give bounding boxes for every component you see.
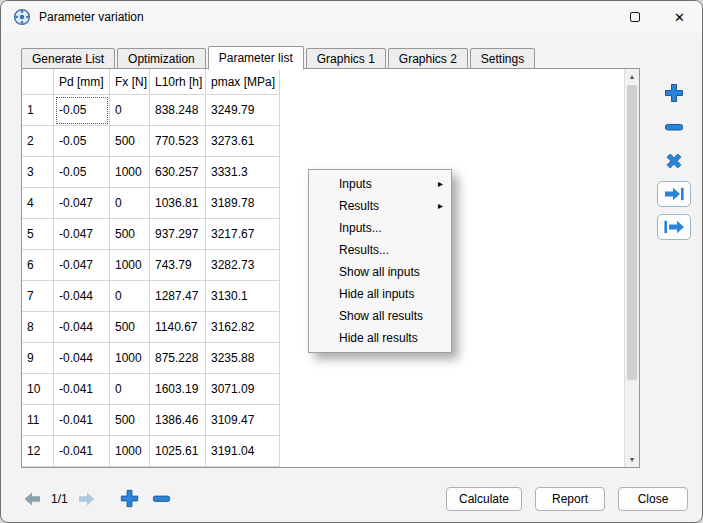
cell[interactable]: -0.041 (54, 405, 110, 436)
cell[interactable]: 1386.46 (150, 405, 206, 436)
cell[interactable]: 1603.19 (150, 374, 206, 405)
cell[interactable]: 3071.09 (206, 374, 280, 405)
menu-item-hide-all-results[interactable]: Hide all results (309, 327, 451, 349)
cell[interactable]: 1000 (110, 436, 150, 467)
menu-item-results[interactable]: Results▸ (309, 195, 451, 217)
scroll-down-icon[interactable]: ▼ (625, 452, 639, 467)
cell[interactable]: -0.044 (54, 312, 110, 343)
row-number[interactable]: 10 (22, 374, 54, 405)
context-menu: Inputs▸Results▸Inputs...Results...Show a… (308, 169, 452, 353)
cell[interactable]: 3191.04 (206, 436, 280, 467)
submenu-arrow-icon: ▸ (438, 195, 443, 217)
cell[interactable]: -0.044 (54, 281, 110, 312)
tab-graphics-1[interactable]: Graphics 1 (306, 48, 386, 69)
cell[interactable]: 3162.82 (206, 312, 280, 343)
cell[interactable]: 937.297 (150, 219, 206, 250)
cell[interactable]: 3282.73 (206, 250, 280, 281)
delete-all-button[interactable] (656, 147, 692, 174)
vertical-scrollbar[interactable]: ▲ ▼ (624, 69, 639, 467)
add-page-row-button[interactable] (118, 487, 141, 510)
menu-item-hide-all-inputs[interactable]: Hide all inputs (309, 283, 451, 305)
cell[interactable]: 3235.88 (206, 343, 280, 374)
menu-item-show-all-results[interactable]: Show all results (309, 305, 451, 327)
row-number[interactable]: 6 (22, 250, 54, 281)
tab-settings[interactable]: Settings (470, 48, 535, 69)
previous-page-button[interactable] (23, 491, 42, 507)
menu-item-inputs[interactable]: Inputs▸ (309, 173, 451, 195)
cell[interactable]: 3249.79 (206, 95, 280, 126)
cell[interactable]: 1025.61 (150, 436, 206, 467)
cell[interactable]: 770.523 (150, 126, 206, 157)
cell[interactable]: 500 (110, 126, 150, 157)
cell[interactable]: -0.05 (54, 95, 110, 126)
cell[interactable]: 3331.3 (206, 157, 280, 188)
cell[interactable]: 500 (110, 219, 150, 250)
add-row-button[interactable] (656, 79, 692, 106)
cell[interactable]: -0.044 (54, 343, 110, 374)
cell[interactable]: 1000 (110, 343, 150, 374)
cell[interactable]: 1140.67 (150, 312, 206, 343)
cell[interactable]: 1287.47 (150, 281, 206, 312)
cell[interactable]: 500 (110, 405, 150, 436)
close-action-button[interactable]: Close (618, 487, 688, 511)
remove-page-row-button[interactable] (150, 487, 173, 510)
column-header-pmax-mpa[interactable]: pmax [MPa] (206, 69, 280, 95)
cell[interactable]: 0 (110, 188, 150, 219)
cell[interactable]: 3189.78 (206, 188, 280, 219)
scrollbar-thumb[interactable] (627, 85, 637, 380)
cell[interactable]: -0.041 (54, 436, 110, 467)
calculate-button[interactable]: Calculate (446, 487, 522, 511)
column-header-l10rh-h[interactable]: L10rh [h] (150, 69, 206, 95)
cell[interactable]: -0.047 (54, 219, 110, 250)
export-button[interactable] (657, 214, 691, 240)
menu-item-results[interactable]: Results... (309, 239, 451, 261)
column-header-pd-mm[interactable]: Pd [mm] (54, 69, 110, 95)
cell[interactable]: 0 (110, 95, 150, 126)
row-number[interactable]: 9 (22, 343, 54, 374)
menu-item-inputs[interactable]: Inputs... (309, 217, 451, 239)
cell[interactable]: -0.047 (54, 250, 110, 281)
row-number[interactable]: 4 (22, 188, 54, 219)
cell[interactable]: 875.228 (150, 343, 206, 374)
cell[interactable]: -0.05 (54, 126, 110, 157)
row-number[interactable]: 7 (22, 281, 54, 312)
cell[interactable]: 0 (110, 281, 150, 312)
cell[interactable]: 3273.61 (206, 126, 280, 157)
cell[interactable]: 3217.67 (206, 219, 280, 250)
row-number[interactable]: 3 (22, 157, 54, 188)
row-number[interactable]: 8 (22, 312, 54, 343)
row-number[interactable]: 1 (22, 95, 54, 126)
column-header-fx-n[interactable]: Fx [N] (110, 69, 150, 95)
cell[interactable]: 3109.47 (206, 405, 280, 436)
row-number[interactable]: 2 (22, 126, 54, 157)
menu-item-show-all-inputs[interactable]: Show all inputs (309, 261, 451, 283)
row-number[interactable]: 12 (22, 436, 54, 467)
tab-graphics-2[interactable]: Graphics 2 (388, 48, 468, 69)
cell[interactable]: 1000 (110, 157, 150, 188)
cell[interactable]: 838.248 (150, 95, 206, 126)
cell[interactable]: 1036.81 (150, 188, 206, 219)
next-page-button[interactable] (77, 491, 96, 507)
row-number[interactable]: 11 (22, 405, 54, 436)
cell[interactable]: 3130.1 (206, 281, 280, 312)
tab-generate-list[interactable]: Generate List (21, 48, 115, 69)
cell[interactable]: 1000 (110, 250, 150, 281)
tab-optimization[interactable]: Optimization (117, 48, 206, 69)
cell[interactable]: 743.79 (150, 250, 206, 281)
corner-header (22, 69, 54, 95)
row-number[interactable]: 5 (22, 219, 54, 250)
scroll-up-icon[interactable]: ▲ (625, 69, 639, 84)
cell[interactable]: -0.05 (54, 157, 110, 188)
submenu-arrow-icon: ▸ (438, 173, 443, 195)
cell[interactable]: -0.047 (54, 188, 110, 219)
cell[interactable]: -0.041 (54, 374, 110, 405)
import-button[interactable] (657, 181, 691, 207)
cell[interactable]: 0 (110, 374, 150, 405)
tab-parameter-list[interactable]: Parameter list (208, 46, 304, 70)
report-button[interactable]: Report (535, 487, 605, 511)
cell[interactable]: 500 (110, 312, 150, 343)
maximize-button[interactable] (612, 1, 657, 33)
cell[interactable]: 630.257 (150, 157, 206, 188)
remove-row-button[interactable] (656, 113, 692, 140)
close-button[interactable]: ✕ (657, 1, 702, 33)
